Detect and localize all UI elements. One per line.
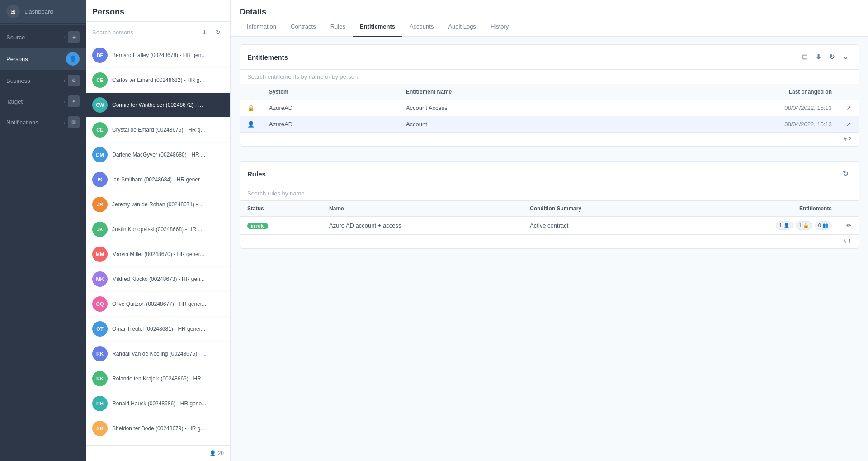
ext-link-cell[interactable]: ↗ [839, 116, 859, 133]
person-list-item[interactable]: RK Rolando ten Krajcik (00248669) - HR..… [86, 366, 230, 391]
persons-panel: Persons ⬇ ↻ BF Bernard Flatley (00248678… [86, 0, 231, 461]
avatar: OQ [92, 296, 108, 312]
avatar: JK [92, 222, 108, 237]
person-name: Randall van de Keeling (00248676) - ... [112, 351, 207, 357]
person-list-item[interactable]: RH Ronald Hauck (00248686) - HR gene... [86, 391, 230, 416]
table-row[interactable]: 🔒 AzureAD Account Access 08/04/2022, 15:… [240, 100, 859, 116]
tab-rules[interactable]: Rules [323, 17, 353, 37]
avatar: CE [92, 122, 108, 138]
person-list-item[interactable]: OT Omar Treutel (00248681) - HR gener... [86, 317, 230, 342]
download-icon[interactable]: ⬇ [198, 26, 210, 38]
rules-header: Rules ↻ [240, 162, 859, 186]
persons-search-bar: ⬇ ↻ [86, 22, 230, 43]
sidebar-item-business[interactable]: Business ‹ ⚙ [0, 70, 86, 91]
refresh-entitlements-icon[interactable]: ↻ [826, 51, 838, 63]
entitlement-name-cell: Account Access [399, 100, 616, 116]
person-list-item[interactable]: ST Stacey de Tromp (00248685) - HR g... [86, 441, 230, 445]
avatar: CE [92, 72, 108, 88]
person-list-item[interactable]: OQ Olive Quitzon (00248677) - HR gener..… [86, 292, 230, 317]
sidebar-item-persons[interactable]: Persons 👤 [0, 48, 86, 70]
person-name: Jeremy van de Rohan (00248671) - ... [112, 201, 204, 208]
person-name: Rolando ten Krajcik (00248669) - HR... [112, 375, 206, 382]
refresh-icon[interactable]: ↻ [212, 26, 224, 38]
refresh-rules-icon[interactable]: ↻ [840, 168, 851, 180]
sidebar-item-target[interactable]: Target ‹ ✦ [0, 91, 86, 112]
tab-information[interactable]: Information [240, 17, 283, 37]
details-panel: Details InformationContractsRulesEntitle… [231, 0, 868, 461]
person-list-item[interactable]: SB Sheldon ter Bode (00248679) - HR g... [86, 416, 230, 441]
col-edit [839, 201, 859, 217]
avatar: RH [92, 396, 108, 411]
system-cell: AzureAD [262, 100, 399, 116]
search-input[interactable] [92, 29, 196, 36]
sidebar-item-notifications[interactable]: Notifications ‹ ✉ [0, 112, 86, 133]
person-name: Omar Treutel (00248681) - HR gener... [112, 326, 205, 332]
person-list-item[interactable]: MM Marvin Miller (00248670) - HR gener..… [86, 242, 230, 267]
avatar: OT [92, 321, 108, 337]
person-list-item[interactable]: JK Justin Konopelski (00248668) - HR ... [86, 217, 230, 242]
entitlements-search-input[interactable] [247, 73, 383, 80]
tab-contracts[interactable]: Contracts [283, 17, 323, 37]
person-name: Bernard Flatley (00248678) - HR gen... [112, 52, 206, 58]
rules-count: # 1 [240, 234, 859, 248]
chevron-business-icon: ‹ [64, 78, 65, 83]
filter-icon[interactable]: ⊟ [799, 51, 811, 63]
avatar: SB [92, 421, 108, 436]
rules-search-input[interactable] [247, 190, 383, 197]
dashboard-icon: ⊞ [6, 5, 20, 18]
table-row[interactable]: in rule Azure AD account + access Active… [240, 217, 859, 235]
person-name: Sheldon ter Bode (00248679) - HR g... [112, 425, 205, 432]
chevron-source-icon: ‹ [64, 35, 65, 40]
person-name: Ronald Hauck (00248686) - HR gene... [112, 400, 206, 407]
sidebar-item-dashboard[interactable]: ⊞ Dashboard [0, 0, 86, 23]
group-count-badge: 0 👥 [815, 221, 832, 230]
person-list-item[interactable]: CW Connie ter Wintheiser (00248672) - ..… [86, 93, 230, 118]
person-name: Connie ter Wintheiser (00248672) - ... [112, 102, 203, 108]
col-icon [240, 84, 262, 100]
ext-link-cell[interactable]: ↗ [839, 100, 859, 116]
person-list-item[interactable]: MK Mildred Klocko (00248673) - HR gen... [86, 267, 230, 292]
rule-name-cell: Azure AD account + access [322, 217, 523, 235]
row-icon: 👤 [240, 116, 262, 133]
person-name: Darlene MacGyver (00248680) - HR ... [112, 152, 205, 158]
lock-count-badge: 1 🔒 [796, 221, 812, 230]
tab-entitlements[interactable]: Entitlements [353, 17, 402, 37]
col-system: System [262, 84, 399, 100]
rules-table: Status Name Condition Summary Entitlemen… [240, 201, 859, 234]
rules-section: Rules ↻ Status Name Condition Summary En… [240, 161, 859, 249]
rules-search-bar [240, 186, 859, 201]
avatar: DM [92, 147, 108, 162]
avatar: MM [92, 247, 108, 262]
person-list-item[interactable]: CE Carlos ter Emard (00248682) - HR g... [86, 68, 230, 93]
person-list-item[interactable]: RK Randall van de Keeling (00248676) - .… [86, 342, 230, 366]
avatar: IS [92, 172, 108, 187]
person-list-item[interactable]: IS Ian Smitham (00248684) - HR gener... [86, 167, 230, 192]
col-status: Status [240, 201, 322, 217]
person-list-item[interactable]: JR Jeremy van de Rohan (00248671) - ... [86, 192, 230, 217]
tab-history[interactable]: History [483, 17, 516, 37]
person-list-item[interactable]: DM Darlene MacGyver (00248680) - HR ... [86, 143, 230, 167]
persons-title: Persons [86, 0, 230, 22]
col-condition: Condition Summary [523, 201, 676, 217]
person-list-item[interactable]: CE Crystal de Emard (00248675) - HR g... [86, 118, 230, 143]
tab-audit-logs[interactable]: Audit Logs [441, 17, 483, 37]
avatar: MK [92, 271, 108, 287]
download-entitlements-icon[interactable]: ⬇ [812, 51, 824, 63]
col-entitlement-name: Entitlement Name [399, 84, 616, 100]
person-list-item[interactable]: BF Bernard Flatley (00248678) - HR gen..… [86, 43, 230, 68]
condition-cell: Active contract [523, 217, 676, 235]
avatar: RK [92, 371, 108, 386]
col-entitlements: Entitlements [676, 201, 839, 217]
person-name: Marvin Miller (00248670) - HR gener... [112, 251, 204, 257]
tab-accounts[interactable]: Accounts [402, 17, 441, 37]
sidebar-label-source: Source [6, 34, 25, 41]
edit-cell[interactable]: ✏ [839, 217, 859, 235]
sidebar-item-source[interactable]: Source ‹ ◈ [0, 27, 86, 48]
col-last-changed: Last changed on [616, 84, 839, 100]
table-row[interactable]: 👤 AzureAD Account 08/04/2022, 15:13 ↗ [240, 116, 859, 133]
expand-entitlements-icon[interactable]: ⌄ [840, 51, 851, 63]
sidebar-label-business: Business [6, 77, 30, 84]
persons-icon: 👤 [66, 52, 80, 66]
status-cell: in rule [240, 217, 322, 235]
persons-list: BF Bernard Flatley (00248678) - HR gen..… [86, 43, 230, 445]
